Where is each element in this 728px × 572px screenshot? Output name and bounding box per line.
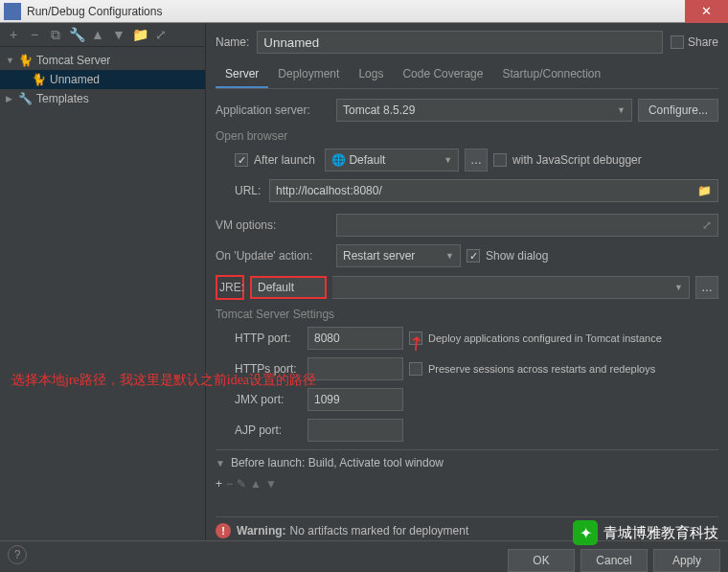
tab-code-coverage[interactable]: Code Coverage <box>393 61 492 88</box>
chevron-down-icon: ▼ <box>617 105 626 115</box>
expand-icon[interactable]: ⤢ <box>702 218 712 232</box>
configure-button[interactable]: Configure... <box>638 99 718 122</box>
after-launch-label: After launch <box>254 153 315 167</box>
content-panel: Name: Share Server Deployment Logs Code … <box>206 23 728 540</box>
https-port-input[interactable] <box>307 357 403 380</box>
deploy-label: Deploy applications configured in Tomcat… <box>428 332 662 344</box>
vm-options-label: VM options: <box>216 218 330 232</box>
show-dialog-checkbox[interactable] <box>466 249 480 263</box>
url-label: URL: <box>235 184 263 197</box>
jre-select[interactable]: ▼ <box>332 276 690 299</box>
app-server-select[interactable]: Tomcat 8.5.29 ▼ <box>336 99 632 122</box>
up-task-button[interactable]: ▲ <box>250 477 262 491</box>
tree-unnamed[interactable]: 🐈 Unnamed <box>0 70 205 89</box>
cancel-button[interactable]: Cancel <box>580 549 648 572</box>
name-label: Name: <box>216 35 249 49</box>
jre-select-value[interactable]: Default <box>250 276 327 299</box>
tab-server[interactable]: Server <box>216 61 268 88</box>
https-port-label: HTTPs port: <box>235 362 302 376</box>
wrench-icon: 🔧 <box>17 91 33 106</box>
remove-config-button[interactable]: − <box>27 27 42 42</box>
warning-bar: ! Warning: No artifacts marked for deplo… <box>216 516 718 540</box>
name-input[interactable] <box>257 31 663 54</box>
browser-more-button[interactable]: … <box>465 149 488 172</box>
tomcat-settings-section: Tomcat Server Settings <box>216 308 718 321</box>
collapse-icon[interactable]: ▼ <box>216 458 225 469</box>
close-button[interactable]: ✕ <box>685 0 728 23</box>
tree-label: Templates <box>36 92 89 105</box>
folder-button[interactable]: 📁 <box>132 27 148 42</box>
down-button[interactable]: ▼ <box>111 27 126 42</box>
browser-select[interactable]: 🌐 Default ▼ <box>325 149 459 172</box>
app-server-label: Application server: <box>216 103 330 117</box>
sidebar-toolbar: + − ⧉ 🔧 ▲ ▼ 📁 ⤢ <box>0 23 205 47</box>
warning-label: Warning: <box>237 524 286 538</box>
window-title: Run/Debug Configurations <box>25 5 685 18</box>
open-browser-section: Open browser <box>216 129 718 143</box>
jre-label: JRE: <box>216 275 244 300</box>
browse-icon[interactable]: 📁 <box>697 184 712 197</box>
http-port-label: HTTP port: <box>235 332 302 345</box>
edit-task-button[interactable]: ✎ <box>237 477 246 491</box>
ok-button[interactable]: OK <box>508 549 575 572</box>
vm-options-input[interactable]: ⤢ <box>336 214 718 237</box>
help-button[interactable]: ? <box>8 545 27 564</box>
preserve-checkbox[interactable] <box>409 362 422 376</box>
chevron-down-icon: ▼ <box>445 251 454 261</box>
update-action-select[interactable]: Restart server ▼ <box>336 244 461 267</box>
sidebar: + − ⧉ 🔧 ▲ ▼ 📁 ⤢ ▼ 🐈 Tomcat Server 🐈 Unna… <box>0 23 206 540</box>
config-tabs: Server Deployment Logs Code Coverage Sta… <box>216 61 718 89</box>
app-icon <box>4 3 21 20</box>
tree-templates[interactable]: ▶ 🔧 Templates <box>0 89 205 108</box>
http-port-input[interactable]: 8080 <box>307 327 403 350</box>
tomcat-icon: 🐈 <box>31 72 46 87</box>
expand-icon: ▼ <box>6 56 17 65</box>
collapse-button[interactable]: ⤢ <box>153 27 169 42</box>
before-launch-label: Before launch: Build, Activate tool wind… <box>231 456 444 469</box>
down-task-button[interactable]: ▼ <box>265 477 277 491</box>
tab-logs[interactable]: Logs <box>349 61 393 88</box>
add-task-button[interactable]: + <box>216 477 222 491</box>
url-input[interactable]: http://localhost:8080/ 📁 <box>269 179 718 202</box>
show-dialog-label: Show dialog <box>486 249 548 263</box>
tab-startup-connection[interactable]: Startup/Connection <box>492 61 610 88</box>
warning-text: No artifacts marked for deployment <box>290 524 469 538</box>
titlebar: Run/Debug Configurations ✕ <box>0 0 728 23</box>
apply-button[interactable]: Apply <box>653 549 720 572</box>
tomcat-icon: 🐈 <box>17 53 33 68</box>
add-config-button[interactable]: + <box>6 27 21 42</box>
update-action-label: On 'Update' action: <box>216 249 330 263</box>
js-debug-label: with JavaScript debugger <box>512 153 642 167</box>
dialog-footer: OK Cancel Apply <box>0 540 728 572</box>
jmx-port-label: JMX port: <box>235 393 302 406</box>
deploy-checkbox[interactable] <box>409 332 422 345</box>
jre-browse-button[interactable]: … <box>695 276 718 299</box>
after-launch-checkbox[interactable] <box>235 153 248 167</box>
js-debug-checkbox[interactable] <box>493 153 507 167</box>
up-button[interactable]: ▲ <box>90 27 105 42</box>
copy-config-button[interactable]: ⧉ <box>48 27 63 42</box>
config-tree: ▼ 🐈 Tomcat Server 🐈 Unnamed ▶ 🔧 Template… <box>0 47 205 112</box>
preserve-label: Preserve sessions across restarts and re… <box>428 363 655 375</box>
ajp-port-input[interactable] <box>307 419 403 442</box>
settings-button[interactable]: 🔧 <box>69 27 84 42</box>
expand-icon: ▶ <box>6 94 17 103</box>
jmx-port-input[interactable]: 1099 <box>307 388 403 411</box>
tab-deployment[interactable]: Deployment <box>268 61 349 88</box>
share-label: Share <box>688 35 718 49</box>
tree-tomcat-server[interactable]: ▼ 🐈 Tomcat Server <box>0 51 205 70</box>
share-checkbox[interactable] <box>671 35 684 49</box>
tree-label: Unnamed <box>50 73 100 86</box>
warning-icon: ! <box>216 523 231 538</box>
chevron-down-icon: ▼ <box>444 155 452 165</box>
ajp-port-label: AJP port: <box>235 423 302 437</box>
remove-task-button[interactable]: − <box>226 477 233 491</box>
tree-label: Tomcat Server <box>36 54 110 67</box>
chevron-down-icon: ▼ <box>674 283 683 292</box>
